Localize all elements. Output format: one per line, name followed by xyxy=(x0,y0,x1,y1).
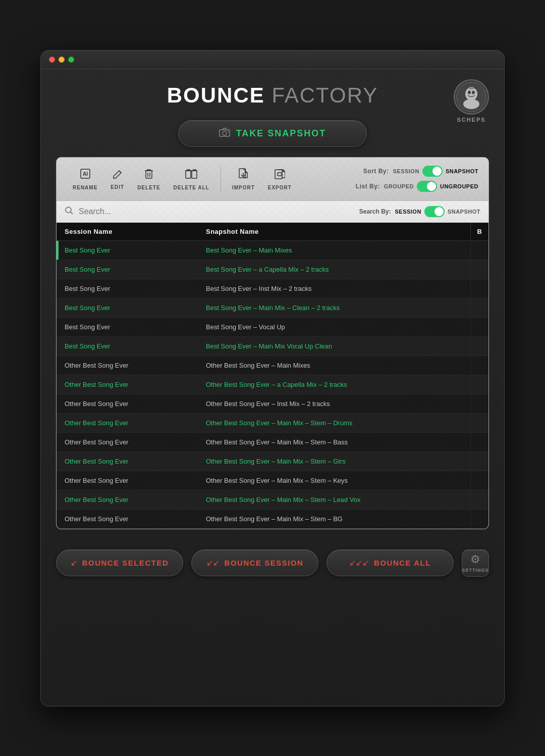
cell-snapshot: Other Best Song Ever – Main Mix – Stem –… xyxy=(198,452,470,471)
header: BOUNCE FACTORY SCHEPS xyxy=(41,69,504,118)
cell-session: Best Song Ever xyxy=(57,260,198,279)
search-toggle-group: SESSION SNAPSHOT xyxy=(395,206,480,217)
table-row[interactable]: Other Best Song EverOther Best Song Ever… xyxy=(57,452,488,471)
import-button[interactable]: IMPORT xyxy=(226,165,261,193)
cell-session: Best Song Ever xyxy=(57,318,198,336)
table-row[interactable]: Other Best Song EverOther Best Song Ever… xyxy=(57,394,488,414)
table-row[interactable]: Other Best Song EverOther Best Song Ever… xyxy=(57,510,488,529)
toolbar: AI RENAME EDIT xyxy=(57,158,488,201)
delete-all-button[interactable]: DELETE ALL xyxy=(168,165,215,193)
settings-button[interactable]: ⚙ SETTINGS xyxy=(462,549,489,577)
bounce-all-icon: ↙↙↙ xyxy=(349,558,369,568)
title-bounce: BOUNCE xyxy=(167,83,265,107)
bounce-all-button[interactable]: ↙↙↙ BOUNCE ALL xyxy=(326,549,454,576)
table-row[interactable]: Best Song EverBest Song Ever – Main Mix … xyxy=(57,298,488,318)
search-session-option[interactable]: SESSION xyxy=(395,209,421,215)
table-header: Session Name Snapshot Name B xyxy=(57,223,488,241)
table-row[interactable]: Other Best Song EverOther Best Song Ever… xyxy=(57,375,488,394)
cell-b xyxy=(470,394,488,413)
cell-session: Best Song Ever xyxy=(57,337,198,356)
bounce-session-icon: ↙↙ xyxy=(206,558,220,568)
table-row[interactable]: Best Song EverBest Song Ever – Vocal Up xyxy=(57,318,488,337)
search-by-label: Search By: xyxy=(359,208,391,215)
list-toggle-group: GROUPED UNGROUPED xyxy=(384,181,478,192)
cell-b xyxy=(470,298,488,317)
list-toggle-knob xyxy=(427,182,436,191)
cell-snapshot: Other Best Song Ever – Main Mix – Stem –… xyxy=(198,471,470,490)
search-toggle-switch[interactable] xyxy=(424,206,445,217)
import-label: IMPORT xyxy=(232,185,255,190)
sort-session-option[interactable]: SESSION xyxy=(393,168,419,174)
table-row[interactable]: Other Best Song EverOther Best Song Ever… xyxy=(57,471,488,490)
table-row[interactable]: Other Best Song EverOther Best Song Ever… xyxy=(57,433,488,452)
cell-session: Other Best Song Ever xyxy=(57,394,198,413)
take-snapshot-button[interactable]: TAKE SNAPSHOT xyxy=(178,120,367,147)
table-row[interactable]: Best Song EverBest Song Ever – a Capella… xyxy=(57,260,488,279)
cell-session: Best Song Ever xyxy=(57,298,198,317)
search-snapshot-option[interactable]: SNAPSHOT xyxy=(448,209,480,215)
list-grouped-option[interactable]: GROUPED xyxy=(384,183,414,189)
table-row[interactable]: Best Song EverBest Song Ever – Main Mix … xyxy=(57,337,488,356)
cell-snapshot: Other Best Song Ever – Main Mix – Stem –… xyxy=(198,433,470,451)
close-button[interactable] xyxy=(49,57,55,63)
edit-button[interactable]: EDIT xyxy=(104,165,130,193)
export-button[interactable]: EXPORT xyxy=(262,165,298,193)
cell-snapshot: Other Best Song Ever – Main Mix – Stem –… xyxy=(198,414,470,432)
bottom-bar: ↙ BOUNCE SELECTED ↙↙ BOUNCE SESSION ↙↙↙ … xyxy=(41,539,504,587)
toolbar-left: AI RENAME EDIT xyxy=(67,165,356,193)
sort-toggle-group: SESSION SNAPSHOT xyxy=(393,166,478,177)
logo-circle xyxy=(454,79,489,115)
list-ungrouped-option[interactable]: UNGROUPED xyxy=(440,183,478,189)
list-row: List By: GROUPED UNGROUPED xyxy=(356,181,478,192)
maximize-button[interactable] xyxy=(68,57,74,63)
toolbar-right: Sort By: SESSION SNAPSHOT List By: GROUP… xyxy=(356,166,478,192)
rename-button[interactable]: AI RENAME xyxy=(67,165,103,193)
table-row[interactable]: Other Best Song EverOther Best Song Ever… xyxy=(57,490,488,510)
search-icon xyxy=(65,206,74,217)
delete-button[interactable]: DELETE xyxy=(131,165,166,193)
snapshot-label: TAKE SNAPSHOT xyxy=(236,128,326,139)
th-session: Session Name xyxy=(57,223,198,240)
cell-session: Best Song Ever xyxy=(57,279,198,298)
rename-icon: AI xyxy=(79,168,91,183)
svg-rect-15 xyxy=(275,170,282,179)
cell-b xyxy=(470,241,488,260)
sort-row: Sort By: SESSION SNAPSHOT xyxy=(363,166,478,177)
app-title: BOUNCE FACTORY xyxy=(167,83,378,108)
cell-b xyxy=(470,452,488,471)
table-row[interactable]: Other Best Song EverOther Best Song Ever… xyxy=(57,356,488,375)
cell-session: Best Song Ever xyxy=(57,241,198,260)
svg-rect-16 xyxy=(278,173,282,176)
bounce-session-button[interactable]: ↙↙ BOUNCE SESSION xyxy=(191,549,318,576)
svg-text:AI: AI xyxy=(83,171,88,177)
cell-b xyxy=(470,260,488,279)
svg-point-8 xyxy=(228,131,229,132)
logo-name: SCHEPS xyxy=(457,117,485,123)
sort-toggle-knob xyxy=(432,167,442,176)
svg-rect-12 xyxy=(186,171,191,178)
table-row[interactable]: Best Song EverBest Song Ever – Main Mixe… xyxy=(57,241,488,260)
svg-point-4 xyxy=(463,99,479,109)
cell-snapshot: Best Song Ever – Inst Mix – 2 tracks xyxy=(198,279,470,298)
export-label: EXPORT xyxy=(268,185,292,190)
search-input[interactable] xyxy=(79,207,354,216)
cell-b xyxy=(470,414,488,432)
cell-b xyxy=(470,356,488,375)
svg-rect-13 xyxy=(192,171,197,178)
traffic-lights xyxy=(49,57,74,63)
camera-icon xyxy=(219,128,230,139)
scheps-logo-icon xyxy=(456,82,486,112)
minimize-button[interactable] xyxy=(59,57,65,63)
cell-b xyxy=(470,471,488,490)
table-row[interactable]: Best Song EverBest Song Ever – Inst Mix … xyxy=(57,279,488,298)
edit-label: EDIT xyxy=(111,184,124,190)
th-b: B xyxy=(470,223,488,240)
svg-point-2 xyxy=(468,90,471,94)
sort-snapshot-option[interactable]: SNAPSHOT xyxy=(446,168,478,174)
sort-toggle-switch[interactable] xyxy=(422,166,443,177)
table-row[interactable]: Other Best Song EverOther Best Song Ever… xyxy=(57,414,488,433)
gear-icon: ⚙ xyxy=(470,553,480,566)
list-toggle-switch[interactable] xyxy=(417,181,437,192)
bounce-selected-button[interactable]: ↙ BOUNCE SELECTED xyxy=(56,549,183,576)
cell-b xyxy=(470,279,488,298)
